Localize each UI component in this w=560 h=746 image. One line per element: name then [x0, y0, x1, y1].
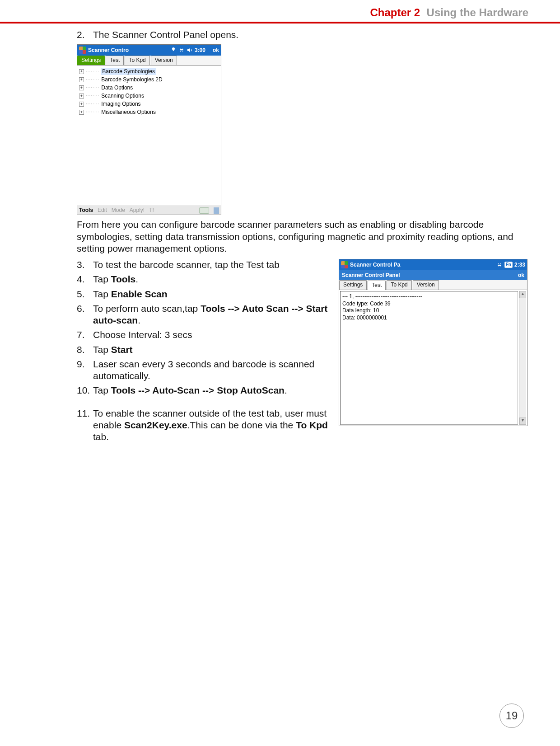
expand-icon[interactable]: + [79, 85, 84, 90]
expand-icon[interactable]: + [79, 102, 84, 107]
tab-bar: Settings Test To Kpd Version [77, 56, 221, 66]
page-content: 2. The Scanner Control Panel opens. Scan… [0, 23, 560, 446]
subtitle-text: Scanner Control Panel [342, 272, 400, 279]
tree-item-label: Data Options [101, 84, 133, 91]
tab-version[interactable]: Version [413, 280, 439, 290]
output-line: Code type: Code 39 [342, 300, 516, 308]
paragraph-description: From here you can configure barcode scan… [77, 219, 528, 254]
clock-time: 2:33 [514, 262, 525, 268]
menu-edit[interactable]: Edit [98, 207, 107, 214]
chapter-title: Using the Hardware [427, 6, 528, 19]
step-number: 10. [77, 385, 90, 396]
step-item: 2. The Scanner Control Panel opens. [77, 29, 528, 41]
step-item: 8.Tap Start [77, 344, 332, 356]
tree-item-label: Miscellaneous Options [101, 109, 156, 116]
test-output-text: --- 1, ---------------------------------… [340, 291, 518, 425]
tree-item[interactable]: +········Imaging Options [79, 100, 219, 108]
keyboard-icon[interactable] [199, 207, 209, 214]
step-number: 5. [77, 288, 90, 300]
step-number: 8. [77, 344, 90, 356]
tree-item-label: Barcode Symbologies [101, 68, 156, 75]
windows-flag-icon [341, 261, 348, 268]
expand-icon[interactable]: + [79, 69, 84, 74]
step-text: Tap Start [93, 344, 133, 355]
step-text: Laser scan every 3 seconds and barcode i… [93, 359, 314, 381]
step-number: 2. [77, 29, 90, 41]
screenshot-scanner-test: Scanner Control Pa Fn 2:33 Scanner Contr… [339, 259, 527, 426]
step-item: 11.To enable the scanner outside of the … [77, 408, 332, 443]
steps-list-top: 2. The Scanner Control Panel opens. [77, 29, 528, 41]
tree-connector: ········ [86, 101, 99, 107]
tree-item[interactable]: +········Barcode Symbologies 2D [79, 75, 219, 84]
step-text: The Scanner Control Panel opens. [93, 29, 238, 40]
up-arrow-icon[interactable] [214, 207, 219, 214]
tab-settings[interactable]: Settings [339, 280, 367, 290]
tab-test[interactable]: Test [368, 281, 386, 290]
clock-time: 3:00 [195, 47, 205, 54]
windows-flag-icon [79, 47, 86, 54]
page-header: Chapter 2 Using the Hardware [0, 0, 560, 22]
tab-settings[interactable]: Settings [77, 56, 105, 65]
tree-item-label: Imaging Options [101, 101, 140, 108]
test-output-area: --- 1, ---------------------------------… [339, 290, 527, 426]
step-text: To perform auto scan,tap Tools --> Auto … [93, 303, 327, 325]
output-line: Data length: 10 [342, 307, 516, 314]
step-text: Tap Tools --> Auto-Scan --> Stop AutoSca… [93, 385, 287, 395]
settings-tree: +········Barcode Symbologies+········Bar… [77, 66, 221, 206]
expand-icon[interactable]: + [79, 77, 84, 82]
window-titlebar: Scanner Contro 3:00 ok [77, 45, 221, 56]
chapter-label: Chapter 2 [370, 6, 420, 19]
step-item: 4.Tap Tools. [77, 273, 332, 285]
fn-indicator: Fn [504, 262, 513, 268]
connection-icon [496, 262, 503, 268]
tab-to-kpd[interactable]: To Kpd [125, 56, 149, 65]
menu-apply[interactable]: Apply! [130, 207, 145, 214]
step-number: 9. [77, 358, 90, 370]
menu-t[interactable]: T! [149, 207, 154, 214]
output-line: --- 1, ---------------------------------… [342, 293, 516, 300]
menu-mode[interactable]: Mode [112, 207, 125, 214]
tree-item[interactable]: +········Data Options [79, 84, 219, 92]
step-item: 5.Tap Enable Scan [77, 288, 332, 300]
figure-scanner-settings: Scanner Contro 3:00 ok Settings Test To … [77, 44, 528, 215]
tree-connector: ········ [86, 77, 99, 83]
window-titlebar: Scanner Control Pa Fn 2:33 [339, 259, 527, 270]
ok-button[interactable]: ok [518, 272, 524, 279]
expand-icon[interactable]: + [79, 94, 84, 99]
step-number: 3. [77, 259, 90, 271]
two-column-section: 3.To test the barcode scanner, tap the T… [77, 259, 528, 446]
menu-tools[interactable]: Tools [79, 207, 93, 214]
output-line: Data: 0000000001 [342, 314, 516, 322]
step-text: To enable the scanner outside of the tes… [93, 408, 328, 442]
window-subtitle-bar: Scanner Control Panel ok [339, 270, 527, 280]
step-item: 6.To perform auto scan,tap Tools --> Aut… [77, 303, 332, 327]
scroll-track[interactable] [519, 298, 526, 418]
page-number: 19 [499, 704, 524, 728]
tree-item[interactable]: +········Miscellaneous Options [79, 108, 219, 116]
scroll-down-button[interactable]: ▼ [519, 418, 526, 425]
tree-item[interactable]: +········Barcode Symbologies [79, 67, 219, 75]
step-item: 10.Tap Tools --> Auto-Scan --> Stop Auto… [77, 385, 332, 396]
tree-item[interactable]: +········Scanning Options [79, 92, 219, 100]
scroll-up-button[interactable]: ▲ [519, 291, 526, 298]
step-number: 11. [77, 408, 90, 419]
tab-to-kpd[interactable]: To Kpd [387, 280, 411, 290]
tab-version[interactable]: Version [151, 56, 177, 65]
tab-test[interactable]: Test [106, 56, 124, 65]
step-text: Choose Interval: 3 secs [93, 329, 192, 340]
steps-list-bottom: 3.To test the barcode scanner, tap the T… [77, 259, 332, 443]
tree-item-label: Scanning Options [101, 93, 144, 99]
bottom-menubar: Tools Edit Mode Apply! T! [77, 206, 221, 215]
step-text: Tap Enable Scan [93, 289, 168, 299]
signal-icon [170, 47, 177, 53]
ok-button[interactable]: ok [213, 47, 219, 54]
connection-icon [178, 47, 185, 53]
step-item: 9.Laser scan every 3 seconds and barcode… [77, 358, 332, 382]
step-item: 7.Choose Interval: 3 secs [77, 329, 332, 341]
tree-item-label: Barcode Symbologies 2D [101, 76, 162, 83]
step-number: 7. [77, 329, 90, 341]
tree-connector: ········ [86, 109, 99, 115]
expand-icon[interactable]: + [79, 110, 84, 115]
scrollbar[interactable]: ▲ ▼ [519, 291, 526, 425]
speaker-icon [187, 47, 193, 53]
